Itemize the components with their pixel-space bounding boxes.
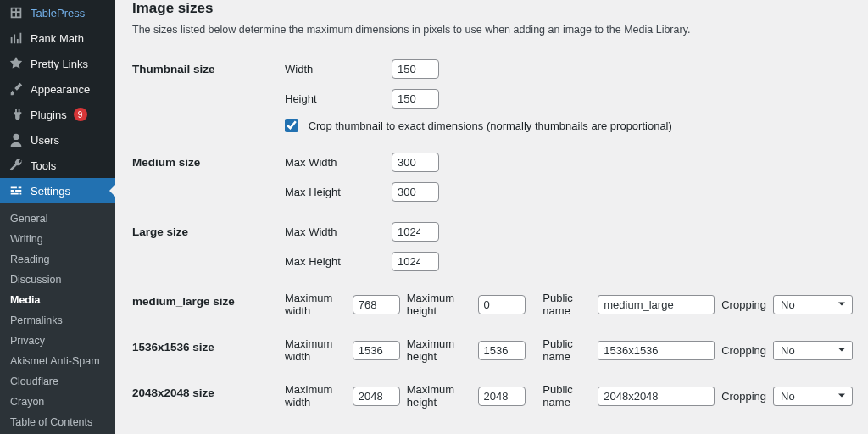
large-maxw-label: Max Width	[285, 225, 392, 238]
medium-maxh-label: Max Height	[285, 186, 392, 198]
extra-public-input[interactable]	[598, 387, 715, 406]
medium-heading: Medium size	[132, 142, 285, 212]
chart-icon	[8, 31, 24, 46]
extra-maxh-label: Maximum height	[407, 292, 471, 317]
extra-public-label: Public name	[542, 337, 591, 363]
section-description: The sizes listed below determine the max…	[132, 24, 853, 36]
extra-maxh-input[interactable]	[478, 341, 526, 360]
sidebar-item-prettylinks[interactable]: Pretty Links	[0, 51, 115, 76]
submenu-item-crayon[interactable]: Crayon	[0, 392, 115, 412]
content-area: Image sizes The sizes listed below deter…	[115, 0, 868, 434]
sidebar-item-label: Plugins	[31, 108, 67, 121]
submenu-item-media[interactable]: Media	[0, 290, 115, 310]
sidebar-item-rankmath[interactable]: Rank Math	[0, 25, 115, 51]
extra-maxw-label: Maximum width	[285, 292, 346, 317]
wrench-icon	[8, 158, 24, 173]
extra-crop-label: Cropping	[721, 344, 766, 357]
extra-row-heading: medium_large size	[132, 281, 285, 327]
extra-maxw-input[interactable]	[353, 387, 400, 406]
extra-public-label: Public name	[542, 292, 591, 317]
extra-public-label: Public name	[542, 383, 591, 409]
thumbnail-crop-label-wrapper[interactable]: Crop thumbnail to exact dimensions (norm…	[285, 120, 672, 132]
brush-icon	[8, 81, 24, 97]
section-title: Image sizes	[132, 0, 853, 17]
extra-maxw-input[interactable]	[353, 295, 400, 314]
sidebar-item-tablepress[interactable]: TablePress	[0, 0, 115, 25]
submenu-item-general[interactable]: General	[0, 209, 115, 229]
admin-sidebar: TablePress Rank Math Pretty Links Appear…	[0, 0, 115, 434]
image-sizes-table: Thumbnail size Width Height Crop thumbna…	[132, 49, 853, 419]
extra-maxw-input[interactable]	[353, 341, 400, 360]
large-maxh-input[interactable]	[392, 252, 439, 271]
sidebar-item-settings[interactable]: Settings	[0, 178, 115, 203]
thumbnail-width-label: Width	[285, 63, 392, 75]
submenu-item-toc[interactable]: Table of Contents	[0, 412, 115, 432]
extra-public-input[interactable]	[598, 295, 715, 314]
submenu-item-akismet[interactable]: Akismet Anti-Spam	[0, 351, 115, 371]
settings-submenu: General Writing Reading Discussion Media…	[0, 203, 115, 434]
extra-row-heading: 1536x1536 size	[132, 327, 285, 373]
sidebar-item-tools[interactable]: Tools	[0, 153, 115, 178]
user-icon	[8, 132, 24, 147]
thumbnail-heading: Thumbnail size	[132, 49, 285, 142]
sidebar-item-label: Appearance	[31, 83, 90, 96]
thumbnail-height-input[interactable]	[392, 89, 439, 108]
extra-maxw-label: Maximum width	[285, 383, 346, 409]
submenu-item-writing[interactable]: Writing	[0, 229, 115, 249]
large-maxh-label: Max Height	[285, 255, 392, 268]
extra-maxh-label: Maximum height	[407, 337, 471, 363]
extra-crop-select[interactable]: No	[773, 295, 853, 314]
submenu-item-reading[interactable]: Reading	[0, 249, 115, 270]
star-icon	[8, 56, 24, 71]
thumbnail-width-input[interactable]	[392, 59, 439, 79]
update-badge: 9	[74, 108, 87, 121]
thumbnail-crop-checkbox[interactable]	[285, 119, 298, 132]
extra-crop-label: Cropping	[721, 298, 766, 311]
submenu-item-discussion[interactable]: Discussion	[0, 270, 115, 290]
extra-row-heading: 2048x2048 size	[132, 373, 285, 419]
sidebar-item-label: TablePress	[31, 7, 85, 19]
sidebar-item-label: Tools	[31, 159, 56, 172]
extra-crop-label: Cropping	[721, 390, 766, 403]
sidebar-item-label: Users	[31, 134, 59, 147]
large-heading: Large size	[132, 212, 285, 281]
submenu-item-cloudflare[interactable]: Cloudflare	[0, 371, 115, 392]
sidebar-item-label: Settings	[31, 185, 70, 198]
submenu-item-permalinks[interactable]: Permalinks	[0, 310, 115, 331]
submenu-item-privacy[interactable]: Privacy	[0, 331, 115, 351]
extra-maxh-label: Maximum height	[407, 383, 471, 409]
sidebar-item-users[interactable]: Users	[0, 127, 115, 153]
extra-maxh-input[interactable]	[478, 387, 526, 406]
medium-maxh-input[interactable]	[392, 182, 439, 202]
extra-maxw-label: Maximum width	[285, 337, 346, 363]
large-maxw-input[interactable]	[392, 222, 439, 242]
sidebar-item-appearance[interactable]: Appearance	[0, 76, 115, 102]
thumbnail-height-label: Height	[285, 92, 392, 105]
extra-maxh-input[interactable]	[478, 295, 526, 314]
extra-crop-select[interactable]: No	[773, 387, 853, 406]
medium-maxw-input[interactable]	[392, 153, 439, 172]
thumbnail-crop-label: Crop thumbnail to exact dimensions (norm…	[309, 120, 672, 132]
sidebar-item-label: Rank Math	[31, 32, 84, 45]
extra-public-input[interactable]	[598, 341, 715, 360]
sidebar-item-label: Pretty Links	[31, 58, 88, 70]
sliders-icon	[8, 183, 24, 198]
extra-crop-select[interactable]: No	[773, 341, 853, 360]
sidebar-item-plugins[interactable]: Plugins 9	[0, 102, 115, 127]
table-icon	[8, 5, 24, 20]
plug-icon	[8, 107, 24, 122]
medium-maxw-label: Max Width	[285, 156, 392, 169]
